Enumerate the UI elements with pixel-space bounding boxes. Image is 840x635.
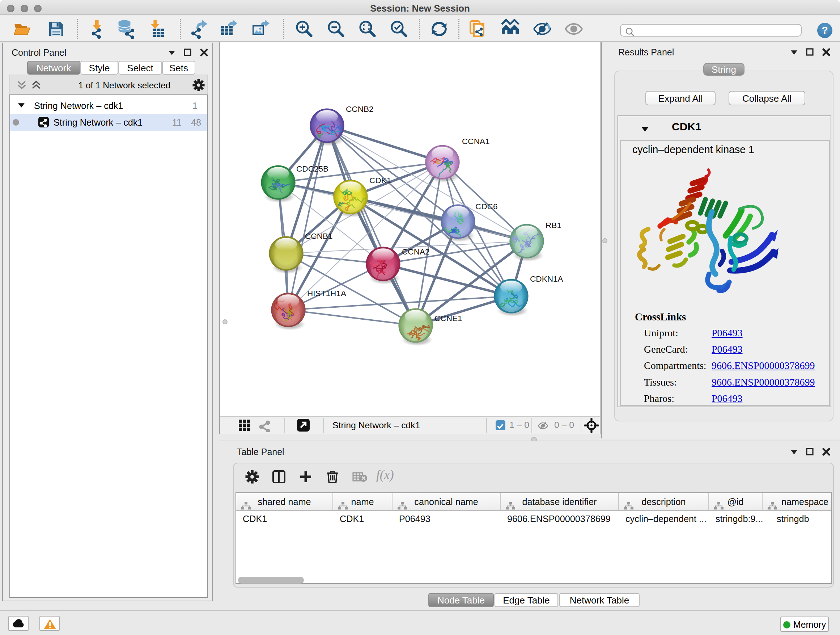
svg-text:CDK1: CDK1: [369, 176, 391, 185]
svg-text:CDC25B: CDC25B: [296, 165, 328, 173]
svg-text:CCNB1: CCNB1: [305, 232, 333, 241]
svg-text:CDC6: CDC6: [475, 202, 498, 211]
svg-text:CCNA1: CCNA1: [462, 137, 490, 146]
svg-text:CCNA2: CCNA2: [402, 247, 430, 256]
svg-text:CDKN1A: CDKN1A: [530, 274, 564, 283]
svg-text:CCNB2: CCNB2: [346, 105, 374, 114]
svg-text:RB1: RB1: [546, 221, 561, 230]
svg-text:HIST1H1A: HIST1H1A: [307, 289, 347, 298]
svg-text:CCNE1: CCNE1: [434, 314, 462, 323]
